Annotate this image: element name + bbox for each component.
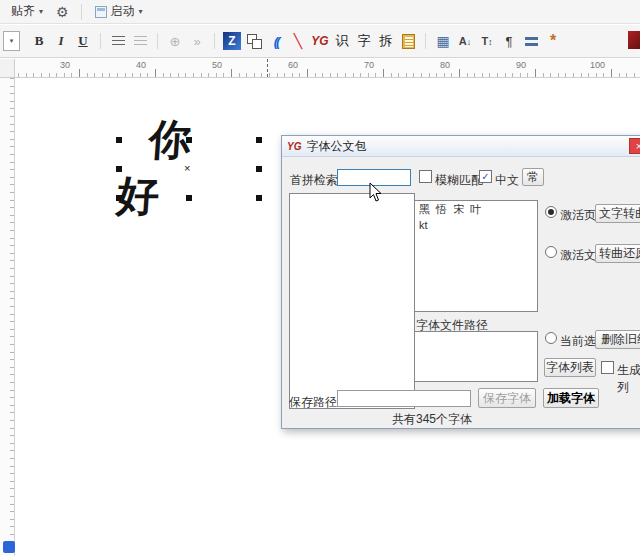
grid-icon: ▦ [436, 33, 449, 49]
yg-logo-icon: YG [311, 34, 328, 48]
ruler-origin [0, 59, 15, 78]
underline-button[interactable]: U [73, 29, 93, 53]
text-align-button[interactable] [108, 29, 128, 53]
launch-label: 启动 [111, 3, 135, 20]
pilcrow-icon: ¶ [506, 34, 513, 49]
wave-icon: (( [274, 34, 279, 49]
ruler-number: 30 [60, 60, 70, 70]
chang-button[interactable]: 常 [522, 168, 544, 186]
yg-logo-icon: YG [287, 141, 301, 152]
selection-handle[interactable] [256, 166, 262, 172]
launch-icon [95, 6, 107, 18]
split-button[interactable]: 拆 [376, 29, 396, 53]
chevron-down-icon: ▾ [10, 37, 14, 45]
char-button[interactable]: 字 [354, 29, 374, 53]
selection-handle[interactable] [116, 195, 122, 201]
generate-list-label: 生成列 [617, 362, 640, 396]
selection-handle[interactable] [186, 137, 192, 143]
chevron-down-icon: ▾ [139, 7, 143, 16]
stroke-tool-button[interactable]: ╲ [288, 29, 308, 53]
separator [100, 33, 101, 49]
line-spacing-icon: T↕ [481, 36, 492, 47]
separator [214, 33, 215, 49]
status-dock-icon[interactable] [3, 541, 15, 553]
save-path-input[interactable] [337, 390, 471, 407]
separator [81, 4, 82, 20]
radio-current-selection[interactable] [545, 332, 557, 344]
horizontal-ruler[interactable]: 30 40 50 60 70 80 90 100 [0, 59, 640, 78]
bold-button[interactable]: B [29, 29, 49, 53]
close-button[interactable]: × [629, 138, 640, 154]
ruler-number: 70 [364, 60, 374, 70]
format-toolbar: ▾ B I U ⊕ » Z (( ╲ YG 识 字 拆 ▦ A↓ T↕ ¶ * [0, 25, 640, 58]
selection-handle[interactable] [116, 166, 122, 172]
table-button[interactable]: ▦ [433, 29, 453, 53]
align-bars-button[interactable] [521, 29, 541, 53]
ruler-number: 90 [516, 60, 526, 70]
overflow-button[interactable]: » [187, 29, 207, 53]
object-center-mark: × [184, 162, 190, 174]
fuzzy-label: 模糊匹配 [435, 172, 483, 189]
italic-button[interactable]: I [51, 29, 71, 53]
align-lines-icon [112, 36, 125, 47]
selection-handle[interactable] [186, 195, 192, 201]
yg-plugin-button[interactable]: YG [310, 29, 330, 53]
fuzzy-checkbox[interactable] [419, 170, 432, 183]
z-tool-button[interactable]: Z [222, 29, 242, 53]
ruler-number: 40 [136, 60, 146, 70]
duplicate-icon [247, 34, 262, 49]
snap-dropdown[interactable]: 贴齐 ▾ [4, 0, 50, 23]
ruler-number: 100 [590, 60, 605, 70]
radio-active-page[interactable] [545, 206, 557, 218]
separator [425, 33, 426, 49]
font-briefcase-dialog: YG 字体公文包 × 首拼检索 模糊匹配 ✓ 中文 常 黑 悟 宋 叶 kt 字… [281, 135, 640, 429]
list-button[interactable] [130, 29, 150, 53]
font-path-list[interactable] [414, 331, 538, 382]
selected-object[interactable]: 你好 × [119, 140, 259, 198]
chevrons-icon: » [193, 34, 200, 49]
chinese-checkbox[interactable]: ✓ [479, 170, 492, 183]
notebook-icon [402, 34, 415, 49]
wave-tool-button[interactable]: (( [266, 29, 286, 53]
ruler-number: 50 [212, 60, 222, 70]
list-item[interactable]: 黑 悟 宋 叶 [415, 201, 537, 218]
delete-old-lines-button[interactable]: 删除旧线 [595, 330, 640, 349]
chevron-down-icon: ▾ [39, 7, 43, 16]
notebook-button[interactable] [398, 29, 418, 53]
search-result-list[interactable] [289, 193, 415, 409]
mouse-cursor [369, 182, 383, 202]
char-spacing-button[interactable]: A↓ [455, 29, 475, 53]
font-combo-collapsed[interactable]: ▾ [3, 31, 20, 51]
recognize-button[interactable]: 识 [332, 29, 352, 53]
settings-button[interactable]: ⚙ [50, 2, 75, 22]
curve-restore-button[interactable]: 转曲还原 [595, 244, 640, 263]
radio-active-doc[interactable] [545, 246, 557, 258]
selection-handle[interactable] [256, 137, 262, 143]
ruler-number: 60 [288, 60, 298, 70]
clipped-toolbar-icon[interactable] [628, 31, 640, 49]
font-list[interactable]: 黑 悟 宋 叶 kt [414, 200, 538, 312]
align-bars-icon [525, 37, 538, 46]
ruler-cursor-marker [267, 59, 268, 77]
load-font-button[interactable]: 加载字体 [543, 388, 599, 408]
duplicate-button[interactable] [244, 29, 264, 53]
font-list-button[interactable]: 字体列表 [544, 358, 596, 377]
selection-handle[interactable] [116, 137, 122, 143]
dialog-titlebar[interactable]: YG 字体公文包 × [282, 136, 640, 157]
list-item[interactable]: kt [415, 218, 537, 232]
effects-button[interactable]: * [543, 29, 563, 53]
paragraph-button[interactable]: ¶ [499, 29, 519, 53]
ruler-number: 80 [440, 60, 450, 70]
generate-list-checkbox[interactable] [601, 361, 614, 374]
add-button[interactable]: ⊕ [165, 29, 185, 53]
text-to-curve-button[interactable]: 文字转曲 [595, 204, 640, 223]
line-spacing-button[interactable]: T↕ [477, 29, 497, 53]
list-icon [134, 36, 147, 47]
chinese-label: 中文 [495, 172, 519, 189]
red-stroke-icon: ╲ [294, 33, 302, 49]
vertical-ruler[interactable] [0, 78, 15, 556]
save-font-button[interactable]: 保存字体 [478, 388, 536, 408]
launch-dropdown[interactable]: 启动 ▾ [88, 0, 150, 23]
search-label: 首拼检索 [290, 172, 338, 189]
selection-handle[interactable] [256, 195, 262, 201]
